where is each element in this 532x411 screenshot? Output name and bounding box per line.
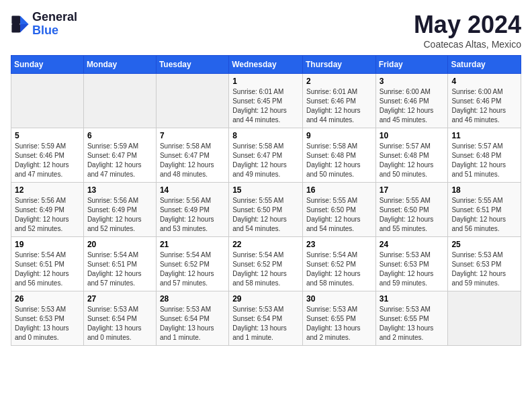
calendar-cell: 23Sunrise: 5:54 AM Sunset: 6:52 PM Dayli… bbox=[302, 237, 375, 291]
calendar-cell: 29Sunrise: 5:53 AM Sunset: 6:54 PM Dayli… bbox=[229, 291, 303, 346]
calendar-cell: 17Sunrise: 5:55 AM Sunset: 6:50 PM Dayli… bbox=[375, 183, 448, 237]
day-info: Sunrise: 6:00 AM Sunset: 6:46 PM Dayligh… bbox=[451, 87, 517, 125]
calendar-cell: 27Sunrise: 5:53 AM Sunset: 6:54 PM Dayli… bbox=[83, 291, 156, 346]
logo-icon bbox=[11, 15, 30, 34]
day-info: Sunrise: 5:54 AM Sunset: 6:51 PM Dayligh… bbox=[15, 250, 80, 288]
svg-marker-1 bbox=[20, 24, 29, 33]
svg-rect-3 bbox=[11, 24, 20, 33]
calendar-cell: 18Sunrise: 5:55 AM Sunset: 6:51 PM Dayli… bbox=[448, 183, 521, 237]
calendar-cell: 6Sunrise: 5:59 AM Sunset: 6:47 PM Daylig… bbox=[83, 128, 156, 183]
calendar-header-row: SundayMondayTuesdayWednesdayThursdayFrid… bbox=[11, 56, 521, 74]
calendar: SundayMondayTuesdayWednesdayThursdayFrid… bbox=[11, 55, 521, 346]
day-info: Sunrise: 5:55 AM Sunset: 6:50 PM Dayligh… bbox=[306, 196, 372, 234]
logo-general: General bbox=[32, 11, 77, 24]
calendar-cell: 4Sunrise: 6:00 AM Sunset: 6:46 PM Daylig… bbox=[448, 74, 521, 128]
day-header-sunday: Sunday bbox=[11, 56, 84, 74]
logo-blue: Blue bbox=[32, 24, 77, 38]
subtitle: Coatecas Altas, Mexico bbox=[414, 39, 521, 50]
day-number: 2 bbox=[306, 77, 372, 86]
day-info: Sunrise: 6:01 AM Sunset: 6:46 PM Dayligh… bbox=[306, 87, 372, 125]
day-header-tuesday: Tuesday bbox=[156, 56, 228, 74]
day-info: Sunrise: 6:00 AM Sunset: 6:46 PM Dayligh… bbox=[380, 87, 445, 125]
day-number: 22 bbox=[232, 240, 299, 249]
day-info: Sunrise: 5:53 AM Sunset: 6:54 PM Dayligh… bbox=[87, 305, 152, 342]
day-number: 24 bbox=[380, 240, 445, 249]
day-info: Sunrise: 5:58 AM Sunset: 6:48 PM Dayligh… bbox=[306, 142, 372, 179]
day-info: Sunrise: 5:53 AM Sunset: 6:54 PM Dayligh… bbox=[232, 305, 299, 342]
calendar-cell: 30Sunrise: 5:53 AM Sunset: 6:55 PM Dayli… bbox=[302, 291, 375, 346]
day-number: 1 bbox=[232, 77, 299, 86]
calendar-cell: 10Sunrise: 5:57 AM Sunset: 6:48 PM Dayli… bbox=[375, 128, 448, 183]
calendar-cell: 11Sunrise: 5:57 AM Sunset: 6:48 PM Dayli… bbox=[448, 128, 521, 183]
calendar-cell bbox=[448, 291, 521, 346]
day-header-friday: Friday bbox=[375, 56, 448, 74]
calendar-cell: 28Sunrise: 5:53 AM Sunset: 6:54 PM Dayli… bbox=[156, 291, 228, 346]
logo: General Blue bbox=[11, 11, 77, 38]
calendar-week-5: 26Sunrise: 5:53 AM Sunset: 6:53 PM Dayli… bbox=[11, 291, 521, 346]
day-number: 17 bbox=[380, 185, 445, 195]
calendar-cell: 22Sunrise: 5:54 AM Sunset: 6:52 PM Dayli… bbox=[229, 237, 303, 291]
day-info: Sunrise: 5:55 AM Sunset: 6:50 PM Dayligh… bbox=[380, 196, 445, 234]
day-header-wednesday: Wednesday bbox=[229, 56, 303, 74]
day-info: Sunrise: 5:54 AM Sunset: 6:52 PM Dayligh… bbox=[232, 250, 299, 288]
day-header-thursday: Thursday bbox=[302, 56, 375, 74]
day-number: 16 bbox=[306, 185, 372, 195]
calendar-cell bbox=[11, 74, 84, 128]
day-number: 20 bbox=[87, 240, 152, 249]
day-info: Sunrise: 5:59 AM Sunset: 6:46 PM Dayligh… bbox=[15, 142, 80, 179]
calendar-week-2: 5Sunrise: 5:59 AM Sunset: 6:46 PM Daylig… bbox=[11, 128, 521, 183]
calendar-cell: 13Sunrise: 5:56 AM Sunset: 6:49 PM Dayli… bbox=[83, 183, 156, 237]
calendar-cell: 1Sunrise: 6:01 AM Sunset: 6:45 PM Daylig… bbox=[229, 74, 303, 128]
day-number: 26 bbox=[15, 294, 80, 304]
day-number: 28 bbox=[160, 294, 225, 304]
day-info: Sunrise: 5:53 AM Sunset: 6:53 PM Dayligh… bbox=[15, 305, 80, 342]
day-info: Sunrise: 5:56 AM Sunset: 6:49 PM Dayligh… bbox=[160, 196, 225, 234]
logo-text: General Blue bbox=[32, 11, 77, 38]
day-number: 13 bbox=[87, 185, 152, 195]
calendar-cell: 7Sunrise: 5:58 AM Sunset: 6:47 PM Daylig… bbox=[156, 128, 228, 183]
day-number: 5 bbox=[15, 131, 80, 140]
day-number: 27 bbox=[87, 294, 152, 304]
day-info: Sunrise: 5:53 AM Sunset: 6:53 PM Dayligh… bbox=[380, 250, 445, 288]
day-info: Sunrise: 5:56 AM Sunset: 6:49 PM Dayligh… bbox=[87, 196, 152, 234]
calendar-cell: 14Sunrise: 5:56 AM Sunset: 6:49 PM Dayli… bbox=[156, 183, 228, 237]
day-number: 4 bbox=[451, 77, 517, 86]
day-number: 29 bbox=[232, 294, 299, 304]
calendar-cell: 5Sunrise: 5:59 AM Sunset: 6:46 PM Daylig… bbox=[11, 128, 84, 183]
day-info: Sunrise: 5:55 AM Sunset: 6:51 PM Dayligh… bbox=[451, 196, 517, 234]
calendar-week-3: 12Sunrise: 5:56 AM Sunset: 6:49 PM Dayli… bbox=[11, 183, 521, 237]
day-number: 15 bbox=[232, 185, 299, 195]
day-number: 7 bbox=[160, 131, 225, 140]
svg-marker-0 bbox=[20, 15, 29, 24]
calendar-cell bbox=[156, 74, 228, 128]
day-number: 21 bbox=[160, 240, 225, 249]
calendar-week-4: 19Sunrise: 5:54 AM Sunset: 6:51 PM Dayli… bbox=[11, 237, 521, 291]
calendar-cell: 3Sunrise: 6:00 AM Sunset: 6:46 PM Daylig… bbox=[375, 74, 448, 128]
day-number: 10 bbox=[380, 131, 445, 140]
day-number: 18 bbox=[451, 185, 517, 195]
calendar-cell: 12Sunrise: 5:56 AM Sunset: 6:49 PM Dayli… bbox=[11, 183, 84, 237]
day-number: 8 bbox=[232, 131, 299, 140]
day-number: 9 bbox=[306, 131, 372, 140]
day-info: Sunrise: 5:53 AM Sunset: 6:55 PM Dayligh… bbox=[380, 305, 445, 342]
day-number: 11 bbox=[451, 131, 517, 140]
day-number: 14 bbox=[160, 185, 225, 195]
calendar-cell: 16Sunrise: 5:55 AM Sunset: 6:50 PM Dayli… bbox=[302, 183, 375, 237]
day-info: Sunrise: 5:54 AM Sunset: 6:51 PM Dayligh… bbox=[87, 250, 152, 288]
day-number: 3 bbox=[380, 77, 445, 86]
day-info: Sunrise: 5:55 AM Sunset: 6:50 PM Dayligh… bbox=[232, 196, 299, 234]
calendar-cell: 31Sunrise: 5:53 AM Sunset: 6:55 PM Dayli… bbox=[375, 291, 448, 346]
day-number: 19 bbox=[15, 240, 80, 249]
calendar-cell bbox=[83, 74, 156, 128]
svg-rect-2 bbox=[11, 15, 20, 24]
day-info: Sunrise: 5:54 AM Sunset: 6:52 PM Dayligh… bbox=[160, 250, 225, 288]
calendar-cell: 21Sunrise: 5:54 AM Sunset: 6:52 PM Dayli… bbox=[156, 237, 228, 291]
calendar-week-1: 1Sunrise: 6:01 AM Sunset: 6:45 PM Daylig… bbox=[11, 74, 521, 128]
day-info: Sunrise: 5:53 AM Sunset: 6:53 PM Dayligh… bbox=[451, 250, 517, 288]
calendar-cell: 2Sunrise: 6:01 AM Sunset: 6:46 PM Daylig… bbox=[302, 74, 375, 128]
page-header: General Blue May 2024 Coatecas Altas, Me… bbox=[11, 11, 521, 50]
day-info: Sunrise: 6:01 AM Sunset: 6:45 PM Dayligh… bbox=[232, 87, 299, 125]
calendar-cell: 9Sunrise: 5:58 AM Sunset: 6:48 PM Daylig… bbox=[302, 128, 375, 183]
day-info: Sunrise: 5:53 AM Sunset: 6:55 PM Dayligh… bbox=[306, 305, 372, 342]
day-info: Sunrise: 5:54 AM Sunset: 6:52 PM Dayligh… bbox=[306, 250, 372, 288]
